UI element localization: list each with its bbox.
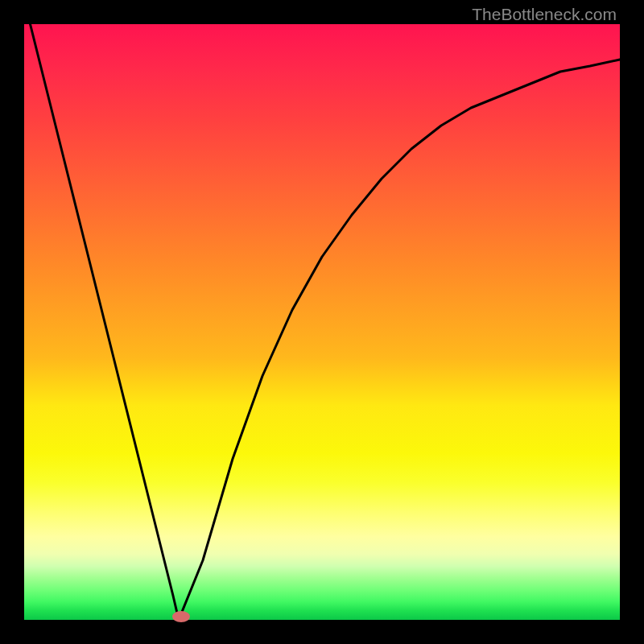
- chart-frame: TheBottleneck.com: [0, 0, 644, 644]
- watermark-text: TheBottleneck.com: [472, 5, 617, 24]
- curve-svg: [24, 24, 620, 620]
- bottleneck-curve: [24, 0, 620, 620]
- marker-dot: [172, 611, 190, 622]
- plot-area: [24, 24, 620, 620]
